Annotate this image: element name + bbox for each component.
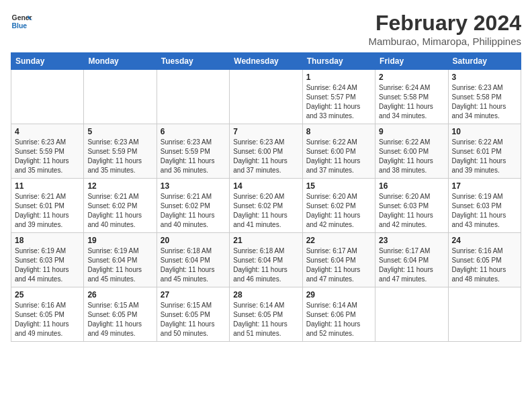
day-number: 7 bbox=[233, 127, 298, 136]
calendar-cell: 21Sunrise: 6:18 AM Sunset: 6:04 PM Dayli… bbox=[230, 233, 302, 287]
day-number: 12 bbox=[87, 181, 152, 191]
calendar-cell: 16Sunrise: 6:20 AM Sunset: 6:03 PM Dayli… bbox=[375, 179, 448, 233]
day-info: Sunrise: 6:17 AM Sunset: 6:04 PM Dayligh… bbox=[306, 246, 371, 284]
calendar-cell: 17Sunrise: 6:19 AM Sunset: 6:03 PM Dayli… bbox=[448, 179, 521, 233]
calendar-week-4: 18Sunrise: 6:19 AM Sunset: 6:03 PM Dayli… bbox=[11, 233, 521, 287]
header: General Blue February 2024 Mamburao, Mim… bbox=[11, 11, 521, 47]
weekday-header-saturday: Saturday bbox=[448, 53, 521, 70]
day-info: Sunrise: 6:23 AM Sunset: 5:58 PM Dayligh… bbox=[452, 83, 517, 121]
day-info: Sunrise: 6:19 AM Sunset: 6:04 PM Dayligh… bbox=[87, 246, 152, 284]
calendar-cell: 19Sunrise: 6:19 AM Sunset: 6:04 PM Dayli… bbox=[84, 233, 157, 287]
day-number: 18 bbox=[15, 236, 80, 245]
calendar-cell: 1Sunrise: 6:24 AM Sunset: 5:57 PM Daylig… bbox=[302, 70, 375, 124]
day-number: 16 bbox=[379, 181, 444, 191]
day-info: Sunrise: 6:21 AM Sunset: 6:02 PM Dayligh… bbox=[87, 192, 152, 230]
weekday-header-friday: Friday bbox=[375, 53, 448, 70]
calendar-body: 1Sunrise: 6:24 AM Sunset: 5:57 PM Daylig… bbox=[11, 70, 521, 342]
day-info: Sunrise: 6:24 AM Sunset: 5:58 PM Dayligh… bbox=[379, 83, 444, 121]
calendar-cell: 24Sunrise: 6:16 AM Sunset: 6:05 PM Dayli… bbox=[448, 233, 521, 287]
day-info: Sunrise: 6:18 AM Sunset: 6:04 PM Dayligh… bbox=[161, 246, 226, 284]
day-info: Sunrise: 6:20 AM Sunset: 6:02 PM Dayligh… bbox=[306, 192, 371, 230]
day-info: Sunrise: 6:15 AM Sunset: 6:05 PM Dayligh… bbox=[161, 301, 226, 338]
calendar-cell: 9Sunrise: 6:22 AM Sunset: 6:00 PM Daylig… bbox=[375, 124, 448, 179]
calendar-week-1: 1Sunrise: 6:24 AM Sunset: 5:57 PM Daylig… bbox=[11, 70, 521, 124]
calendar-cell bbox=[11, 70, 84, 124]
location: Mamburao, Mimaropa, Philippines bbox=[368, 36, 521, 47]
day-info: Sunrise: 6:20 AM Sunset: 6:03 PM Dayligh… bbox=[379, 192, 444, 230]
calendar-cell: 5Sunrise: 6:23 AM Sunset: 5:59 PM Daylig… bbox=[84, 124, 157, 179]
day-info: Sunrise: 6:18 AM Sunset: 6:04 PM Dayligh… bbox=[233, 246, 298, 284]
calendar-cell: 4Sunrise: 6:23 AM Sunset: 5:59 PM Daylig… bbox=[11, 124, 84, 179]
logo-icon: General Blue bbox=[11, 11, 32, 32]
day-info: Sunrise: 6:23 AM Sunset: 5:59 PM Dayligh… bbox=[87, 138, 152, 175]
calendar-cell: 25Sunrise: 6:16 AM Sunset: 6:05 PM Dayli… bbox=[11, 287, 84, 342]
calendar-cell: 3Sunrise: 6:23 AM Sunset: 5:58 PM Daylig… bbox=[448, 70, 521, 124]
day-number: 28 bbox=[233, 290, 298, 300]
calendar-cell: 7Sunrise: 6:23 AM Sunset: 6:00 PM Daylig… bbox=[230, 124, 302, 179]
day-number: 9 bbox=[379, 127, 444, 136]
day-number: 6 bbox=[161, 127, 226, 136]
calendar-cell: 26Sunrise: 6:15 AM Sunset: 6:05 PM Dayli… bbox=[84, 287, 157, 342]
day-number: 29 bbox=[306, 290, 371, 300]
day-number: 24 bbox=[452, 236, 517, 245]
day-info: Sunrise: 6:14 AM Sunset: 6:06 PM Dayligh… bbox=[306, 301, 371, 338]
day-number: 14 bbox=[233, 181, 298, 191]
day-info: Sunrise: 6:22 AM Sunset: 6:00 PM Dayligh… bbox=[306, 138, 371, 175]
day-info: Sunrise: 6:20 AM Sunset: 6:02 PM Dayligh… bbox=[233, 192, 298, 230]
calendar-cell: 22Sunrise: 6:17 AM Sunset: 6:04 PM Dayli… bbox=[302, 233, 375, 287]
calendar-cell: 12Sunrise: 6:21 AM Sunset: 6:02 PM Dayli… bbox=[84, 179, 157, 233]
day-info: Sunrise: 6:22 AM Sunset: 6:00 PM Dayligh… bbox=[379, 138, 444, 175]
day-number: 4 bbox=[15, 127, 80, 136]
calendar-cell: 2Sunrise: 6:24 AM Sunset: 5:58 PM Daylig… bbox=[375, 70, 448, 124]
day-number: 15 bbox=[306, 181, 371, 191]
calendar-cell: 11Sunrise: 6:21 AM Sunset: 6:01 PM Dayli… bbox=[11, 179, 84, 233]
calendar-cell: 27Sunrise: 6:15 AM Sunset: 6:05 PM Dayli… bbox=[157, 287, 229, 342]
day-info: Sunrise: 6:21 AM Sunset: 6:01 PM Dayligh… bbox=[15, 192, 80, 230]
calendar-cell: 23Sunrise: 6:17 AM Sunset: 6:04 PM Dayli… bbox=[375, 233, 448, 287]
day-number: 21 bbox=[233, 236, 298, 245]
day-info: Sunrise: 6:19 AM Sunset: 6:03 PM Dayligh… bbox=[15, 246, 80, 284]
day-number: 22 bbox=[306, 236, 371, 245]
day-number: 2 bbox=[379, 73, 444, 82]
day-info: Sunrise: 6:17 AM Sunset: 6:04 PM Dayligh… bbox=[379, 246, 444, 284]
day-number: 27 bbox=[161, 290, 226, 300]
weekday-header-row: SundayMondayTuesdayWednesdayThursdayFrid… bbox=[11, 53, 521, 70]
day-number: 23 bbox=[379, 236, 444, 245]
calendar-cell: 28Sunrise: 6:14 AM Sunset: 6:05 PM Dayli… bbox=[230, 287, 302, 342]
calendar-table: SundayMondayTuesdayWednesdayThursdayFrid… bbox=[11, 52, 521, 342]
day-info: Sunrise: 6:16 AM Sunset: 6:05 PM Dayligh… bbox=[452, 246, 517, 284]
day-info: Sunrise: 6:22 AM Sunset: 6:01 PM Dayligh… bbox=[452, 138, 517, 175]
calendar-cell: 20Sunrise: 6:18 AM Sunset: 6:04 PM Dayli… bbox=[157, 233, 229, 287]
day-info: Sunrise: 6:23 AM Sunset: 5:59 PM Dayligh… bbox=[161, 138, 226, 175]
day-info: Sunrise: 6:24 AM Sunset: 5:57 PM Dayligh… bbox=[306, 83, 371, 121]
logo: General Blue bbox=[11, 11, 32, 32]
calendar-cell: 14Sunrise: 6:20 AM Sunset: 6:02 PM Dayli… bbox=[230, 179, 302, 233]
day-number: 10 bbox=[452, 127, 517, 136]
calendar-cell: 15Sunrise: 6:20 AM Sunset: 6:02 PM Dayli… bbox=[302, 179, 375, 233]
calendar-cell: 29Sunrise: 6:14 AM Sunset: 6:06 PM Dayli… bbox=[302, 287, 375, 342]
calendar-cell bbox=[84, 70, 157, 124]
day-number: 19 bbox=[87, 236, 152, 245]
day-info: Sunrise: 6:23 AM Sunset: 5:59 PM Dayligh… bbox=[15, 138, 80, 175]
calendar-cell: 18Sunrise: 6:19 AM Sunset: 6:03 PM Dayli… bbox=[11, 233, 84, 287]
day-number: 3 bbox=[452, 73, 517, 82]
day-info: Sunrise: 6:15 AM Sunset: 6:05 PM Dayligh… bbox=[87, 301, 152, 338]
day-info: Sunrise: 6:19 AM Sunset: 6:03 PM Dayligh… bbox=[452, 192, 517, 230]
calendar-cell bbox=[448, 287, 521, 342]
calendar-cell bbox=[375, 287, 448, 342]
day-info: Sunrise: 6:14 AM Sunset: 6:05 PM Dayligh… bbox=[233, 301, 298, 338]
day-info: Sunrise: 6:16 AM Sunset: 6:05 PM Dayligh… bbox=[15, 301, 80, 338]
weekday-header-sunday: Sunday bbox=[11, 53, 84, 70]
weekday-header-monday: Monday bbox=[84, 53, 157, 70]
month-year: February 2024 bbox=[368, 11, 521, 36]
calendar-cell bbox=[157, 70, 229, 124]
calendar-week-2: 4Sunrise: 6:23 AM Sunset: 5:59 PM Daylig… bbox=[11, 124, 521, 179]
calendar-cell bbox=[230, 70, 302, 124]
day-number: 8 bbox=[306, 127, 371, 136]
calendar-week-3: 11Sunrise: 6:21 AM Sunset: 6:01 PM Dayli… bbox=[11, 179, 521, 233]
day-info: Sunrise: 6:23 AM Sunset: 6:00 PM Dayligh… bbox=[233, 138, 298, 175]
day-number: 26 bbox=[87, 290, 152, 300]
day-number: 13 bbox=[161, 181, 226, 191]
svg-text:Blue: Blue bbox=[12, 22, 28, 30]
day-number: 11 bbox=[15, 181, 80, 191]
